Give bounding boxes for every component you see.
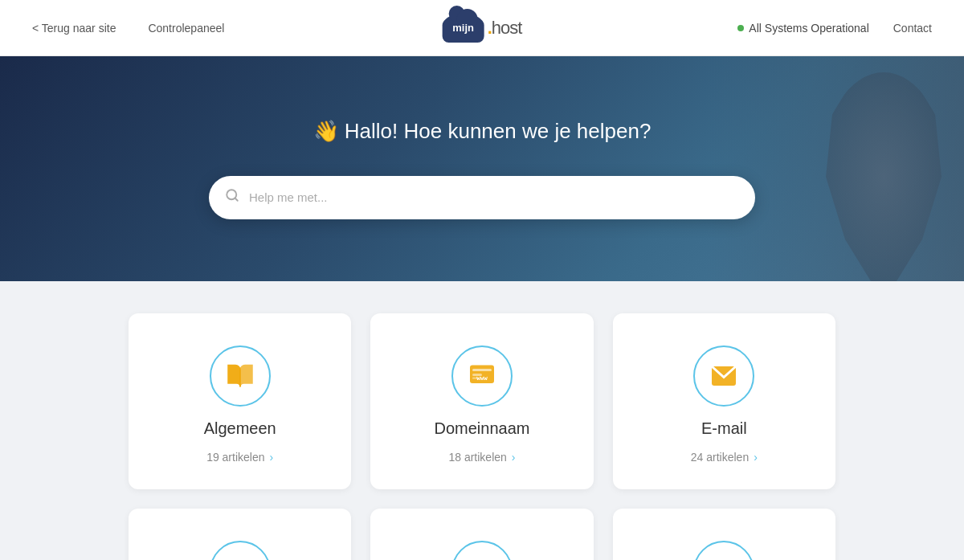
category-icon-circle-databases (693, 541, 754, 560)
category-count-domeinnaam: 18 artikelen › (448, 451, 515, 464)
chevron-icon-email: › (754, 451, 758, 464)
domain-icon: www (468, 362, 496, 390)
svg-line-1 (235, 198, 237, 200)
logo-dothost-text: .host (488, 18, 522, 39)
header-right: All Systems Operational Contact (737, 22, 932, 35)
category-icon-circle-email (693, 345, 754, 407)
logo-mijn-text: mijn (452, 22, 474, 34)
category-icon-circle-algemeen (210, 345, 271, 407)
header-left: < Terug naar site Controlepaneel (32, 22, 224, 35)
control-panel-link[interactable]: Controlepaneel (148, 22, 224, 35)
search-icon (225, 188, 239, 206)
category-icon-circle-office (210, 541, 271, 560)
logo-host-text: host (492, 18, 522, 38)
status-label: All Systems Operational (749, 22, 868, 35)
category-card-email[interactable]: E-mail 24 artikelen › (613, 313, 835, 489)
category-count-algemeen: 19 artikelen › (206, 451, 273, 464)
category-icon-circle-hosting (451, 541, 513, 560)
book-icon (226, 362, 255, 390)
status-dot-icon (737, 25, 744, 31)
category-title-domeinnaam: Domeinnaam (435, 419, 530, 438)
system-status: All Systems Operational (737, 22, 868, 35)
svg-text:www: www (476, 374, 488, 382)
hero-title: 👋 Hallo! Hoe kunnen we je helpen? (313, 119, 652, 144)
chevron-icon-domeinnaam: › (512, 451, 516, 464)
category-card-algemeen[interactable]: Algemeen 19 artikelen › (129, 313, 351, 489)
chevron-icon-algemeen: › (270, 451, 274, 464)
category-card-databases[interactable]: Databases 8 artikelen › (613, 509, 835, 560)
category-icon-circle-domeinnaam: www (451, 345, 513, 407)
category-title-algemeen: Algemeen (204, 419, 276, 438)
category-card-hosting[interactable]: Hosting 31 artikelen › (370, 509, 593, 560)
hero-section: 👋 Hallo! Hoe kunnen we je helpen? (0, 56, 964, 281)
logo-cloud-icon: mijn (443, 14, 484, 43)
category-card-domeinnaam[interactable]: www Domeinnaam 18 artikelen › (370, 313, 593, 489)
logo[interactable]: mijn .host (443, 14, 522, 43)
email-icon (709, 362, 738, 390)
category-title-email: E-mail (701, 419, 747, 438)
cpu-icon (468, 557, 496, 560)
header: < Terug naar site Controlepaneel mijn .h… (0, 0, 964, 56)
svg-rect-3 (472, 369, 492, 371)
office-icon (226, 557, 255, 560)
contact-link[interactable]: Contact (893, 22, 932, 35)
search-bar[interactable] (209, 176, 755, 219)
database-icon (709, 557, 738, 560)
category-count-email: 24 artikelen › (691, 451, 758, 464)
category-card-office[interactable]: Microsoft 365 12 artikelen › (129, 509, 351, 560)
hero-background-person (707, 56, 964, 281)
search-input[interactable] (249, 190, 739, 204)
categories-grid: Algemeen 19 artikelen › www Domeinnaam 1… (0, 281, 964, 560)
back-to-site-link[interactable]: < Terug naar site (32, 22, 116, 35)
